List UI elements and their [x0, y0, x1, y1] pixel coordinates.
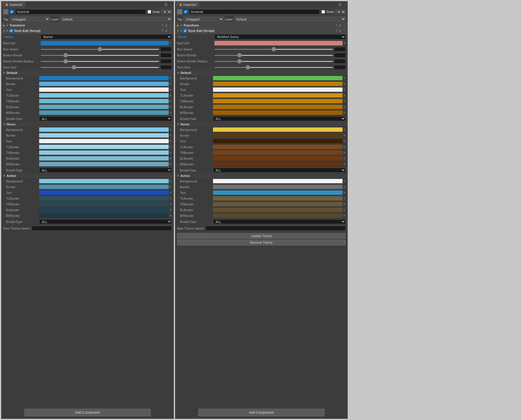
right-obj-active-checkbox[interactable]	[184, 10, 187, 14]
left-default-header[interactable]: ▼ Default	[1, 70, 174, 75]
left-obj-name-input[interactable]	[15, 9, 146, 14]
right-default-border-bar[interactable]	[213, 82, 343, 86]
right-default-background-bar[interactable]	[213, 76, 343, 80]
right-hover-border-bar[interactable]	[213, 133, 343, 138]
left-hover-border-bar[interactable]	[39, 133, 169, 138]
left-hover-border-edit-icon[interactable]: ✎	[170, 134, 172, 137]
right-transform-header[interactable]: ▶ ✦ Transform ? ↺ ⋮	[175, 23, 347, 28]
right-active-trborder-edit-icon[interactable]: ✎	[343, 203, 346, 206]
left-hover-tlborder-edit-icon[interactable]: ✎	[170, 146, 172, 148]
left-transform-dots-icon[interactable]: ⋮	[169, 24, 172, 27]
left-boxspace-slider[interactable]	[41, 49, 159, 50]
right-boxspace-slider[interactable]	[214, 49, 333, 50]
left-active-text-edit-icon[interactable]: ✎	[170, 191, 172, 194]
right-barcolor-edit-icon[interactable]: ✎	[343, 42, 346, 45]
right-default-text-edit-icon[interactable]: ✎	[343, 88, 346, 91]
right-fontsize-slider[interactable]	[214, 67, 333, 68]
left-transform-q-icon[interactable]: ?	[161, 24, 163, 27]
left-active-header[interactable]: ▼ Active	[1, 173, 174, 178]
right-comp-q-icon[interactable]: ?	[335, 29, 337, 33]
right-comp-checkbox[interactable]	[183, 29, 187, 33]
right-fontsize-value[interactable]: 14	[334, 65, 346, 70]
right-active-trborder-bar[interactable]	[213, 202, 343, 206]
right-hover-blborder-edit-icon[interactable]: ✎	[343, 157, 346, 160]
left-hover-trborder-edit-icon[interactable]: ✎	[170, 151, 172, 154]
left-active-tlborder-edit-icon[interactable]: ✎	[170, 197, 172, 200]
left-buttonborder-value[interactable]: 1	[160, 53, 172, 58]
right-active-background-edit-icon[interactable]: ✎	[343, 180, 346, 183]
left-tag-dropdown[interactable]: Untagged	[9, 17, 50, 22]
right-default-text-bar[interactable]	[213, 87, 343, 92]
right-default-border-edit-icon[interactable]: ✎	[343, 83, 346, 85]
left-default-tlborder-edit-icon[interactable]: ✎	[170, 94, 172, 97]
right-hover-broder-dropdown[interactable]: ALL	[213, 168, 346, 173]
right-default-trborder-edit-icon[interactable]: ✎	[343, 100, 346, 103]
left-static-checkbox[interactable]	[148, 10, 151, 14]
left-boxspace-value[interactable]: 0.5	[160, 47, 172, 51]
left-default-brborder-edit-icon[interactable]: ✎	[170, 111, 172, 114]
right-hover-border-edit-icon[interactable]: ✎	[343, 134, 346, 137]
left-default-tlborder-bar[interactable]	[39, 93, 169, 98]
right-transform-dots-icon[interactable]: ⋮	[343, 24, 346, 27]
left-default-trborder-edit-icon[interactable]: ✎	[170, 100, 172, 103]
left-active-trborder-bar[interactable]	[39, 202, 169, 206]
left-barcolor-edit-icon[interactable]: ✎	[170, 42, 172, 45]
right-active-tlborder-edit-icon[interactable]: ✎	[343, 197, 346, 200]
right-comp-dots-icon[interactable]: ⋮	[343, 29, 346, 33]
left-hover-background-edit-icon[interactable]: ✎	[170, 128, 172, 131]
left-new-theme-input[interactable]	[32, 226, 172, 231]
right-layer-dropdown[interactable]: Default	[234, 17, 346, 22]
left-static-dropdown[interactable]: ▼	[161, 9, 172, 14]
left-dots-icon[interactable]: ⋮	[169, 3, 172, 7]
left-barcolor-bar[interactable]	[41, 41, 169, 45]
left-fontsize-value[interactable]: 14	[160, 65, 172, 70]
left-buttonborder-slider[interactable]	[41, 55, 159, 56]
left-comp-checkbox[interactable]	[9, 29, 13, 33]
left-default-brborder-bar[interactable]	[39, 110, 169, 115]
left-default-text-bar[interactable]	[39, 87, 169, 92]
right-buttonborder-value[interactable]: 1	[334, 53, 346, 58]
left-hover-tlborder-bar[interactable]	[39, 145, 169, 149]
right-active-header[interactable]: ▼ Active	[175, 173, 347, 178]
left-layer-dropdown[interactable]: Default	[60, 17, 172, 22]
left-add-component-button[interactable]: Add Component	[24, 409, 151, 416]
left-default-background-edit-icon[interactable]: ✎	[170, 77, 172, 80]
right-lock-icon[interactable]: ⚿	[338, 3, 341, 7]
right-comp-refresh-icon[interactable]: ↺	[339, 29, 341, 33]
left-comp-dots-icon[interactable]: ⋮	[169, 29, 172, 33]
right-transform-refresh-icon[interactable]: ↺	[339, 24, 341, 27]
left-hover-brborder-edit-icon[interactable]: ✎	[170, 163, 172, 166]
left-active-text-bar[interactable]	[39, 190, 169, 195]
right-default-brborder-edit-icon[interactable]: ✎	[343, 111, 346, 114]
left-theme-dropdown[interactable]: Marine	[41, 34, 172, 39]
left-active-blborder-bar[interactable]	[39, 208, 169, 212]
left-active-brborder-edit-icon[interactable]: ✎	[170, 214, 172, 217]
right-inspector-tab[interactable]: 🔒 Inspector	[176, 2, 199, 7]
left-hover-background-bar[interactable]	[39, 127, 169, 132]
left-default-broder-dropdown[interactable]: ALL	[39, 116, 172, 121]
left-active-broder-dropdown[interactable]: ALL	[39, 219, 172, 224]
right-default-background-edit-icon[interactable]: ✎	[343, 77, 346, 80]
left-active-tlborder-bar[interactable]	[39, 196, 169, 201]
right-barcolor-bar[interactable]	[214, 41, 343, 45]
left-active-border-bar[interactable]	[39, 185, 169, 189]
right-default-blborder-edit-icon[interactable]: ✎	[343, 106, 346, 108]
right-hover-brborder-edit-icon[interactable]: ✎	[343, 163, 346, 166]
left-active-background-edit-icon[interactable]: ✎	[170, 180, 172, 183]
left-default-border-edit-icon[interactable]: ✎	[170, 83, 172, 85]
left-obj-active-checkbox[interactable]	[10, 10, 14, 14]
right-transform-q-icon[interactable]: ?	[335, 24, 337, 27]
left-inspector-tab[interactable]: 🔒 Inspector	[3, 2, 25, 7]
left-default-trborder-bar[interactable]	[39, 99, 169, 103]
right-hover-tlborder-bar[interactable]	[213, 145, 343, 149]
left-hover-text-edit-icon[interactable]: ✎	[170, 140, 172, 143]
right-hover-blborder-bar[interactable]	[213, 156, 343, 161]
left-default-blborder-edit-icon[interactable]: ✎	[170, 106, 172, 108]
left-hover-broder-dropdown[interactable]: ALL	[39, 168, 172, 173]
right-active-border-edit-icon[interactable]: ✎	[343, 186, 346, 188]
right-add-component-button[interactable]: Add Component	[198, 409, 324, 416]
right-hover-brborder-bar[interactable]	[213, 162, 343, 166]
left-hover-text-bar[interactable]	[39, 139, 169, 143]
right-buttonborderradius-value[interactable]: 4	[334, 59, 346, 64]
left-hover-blborder-edit-icon[interactable]: ✎	[170, 157, 172, 160]
